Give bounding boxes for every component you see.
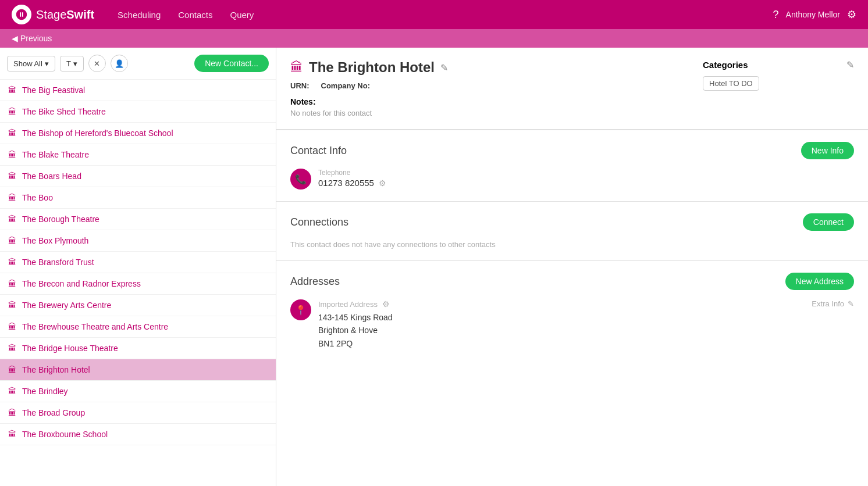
new-info-button[interactable]: New Info: [801, 142, 854, 159]
person-filter-button[interactable]: 👤: [111, 55, 128, 72]
list-item[interactable]: 🏛 The Broad Group: [0, 402, 276, 424]
contact-info-title: Contact Info: [290, 145, 347, 157]
list-item[interactable]: 🏛 The Broxbourne School: [0, 424, 276, 445]
list-item-label: The Bike Shed Theatre: [22, 107, 106, 116]
list-item[interactable]: 🏛 The Boo: [0, 187, 276, 209]
clear-filter-button[interactable]: ✕: [88, 55, 106, 72]
contact-name: The Brighton Hotel: [309, 59, 435, 76]
urn-field: URN:: [290, 81, 310, 90]
contact-header: 🏛 The Brighton Hotel ✎ URN: Company No: …: [276, 48, 868, 130]
list-item[interactable]: 🏛 The Brighton Hotel: [0, 359, 276, 381]
address-line2: Brighton & Hove: [318, 324, 766, 337]
extra-info-label: Extra Info: [812, 299, 844, 308]
building-list-icon: 🏛: [8, 193, 16, 202]
company-no-field: Company No:: [321, 81, 371, 90]
address-right: Extra Info ✎: [773, 299, 854, 308]
list-item[interactable]: 🏛 The Boars Head: [0, 166, 276, 187]
categories-header: Categories ✎: [703, 59, 854, 70]
list-item[interactable]: 🏛 The Brewhouse Theatre and Arts Centre: [0, 316, 276, 338]
addresses-header: Addresses New Address: [290, 273, 854, 290]
building-list-icon: 🏛: [8, 150, 16, 159]
new-contact-button[interactable]: New Contact...: [194, 55, 269, 72]
building-list-icon: 🏛: [8, 171, 16, 181]
list-item[interactable]: 🏛 The Bransford Trust: [0, 252, 276, 273]
list-item-label: The Blake Theatre: [22, 150, 89, 159]
building-icon: 🏛: [290, 60, 303, 75]
list-item[interactable]: 🏛 The Bishop of Hereford's Bluecoat Scho…: [0, 123, 276, 144]
address-icon: 📍: [290, 299, 311, 320]
settings-icon[interactable]: ⚙: [847, 8, 856, 21]
main-layout: Show All ▾ T ▾ ✕ 👤 New Contact... 🏛 The …: [0, 48, 868, 486]
list-item[interactable]: 🏛 The Big Feastival: [0, 80, 276, 101]
nav-scheduling[interactable]: Scheduling: [118, 10, 161, 20]
building-list-icon: 🏛: [8, 365, 16, 374]
addresses-title: Addresses: [290, 276, 340, 288]
list-item-label: The Bishop of Hereford's Bluecoat School: [22, 128, 173, 138]
connect-button[interactable]: Connect: [803, 213, 854, 231]
nav-user: Anthony Mellor: [786, 10, 840, 19]
contact-title-row: 🏛 The Brighton Hotel ✎: [290, 59, 689, 76]
type-filter[interactable]: T ▾: [60, 56, 84, 72]
list-item-label: The Bransford Trust: [22, 258, 94, 267]
building-list-icon: 🏛: [8, 301, 16, 310]
address-label-row: Imported Address ⚙: [318, 299, 766, 309]
edit-address-icon: ✎: [848, 299, 854, 308]
nav-links: Scheduling Contacts Query: [118, 10, 773, 20]
extra-info-button[interactable]: Extra Info ✎: [812, 299, 854, 308]
nav-query[interactable]: Query: [230, 10, 254, 20]
list-item-label: The Brindley: [22, 387, 68, 396]
show-all-filter[interactable]: Show All ▾: [7, 56, 55, 72]
list-item[interactable]: 🏛 The Brewery Arts Centre: [0, 295, 276, 316]
list-item-label: The Broxbourne School: [22, 430, 108, 439]
building-list-icon: 🏛: [8, 408, 16, 417]
building-list-icon: 🏛: [8, 387, 16, 396]
logo-icon: [12, 5, 31, 24]
new-address-button[interactable]: New Address: [785, 273, 854, 290]
building-list-icon: 🏛: [8, 215, 16, 224]
sidebar-list: 🏛 The Big Feastival🏛 The Bike Shed Theat…: [0, 80, 276, 486]
connections-section: Connections Connect This contact does no…: [276, 201, 868, 260]
building-list-icon: 🏛: [8, 236, 16, 245]
chevron-down-icon-2: ▾: [73, 59, 77, 68]
sidebar-toolbar: Show All ▾ T ▾ ✕ 👤 New Contact...: [0, 48, 276, 80]
list-item[interactable]: 🏛 The Blake Theatre: [0, 144, 276, 166]
nav-contacts[interactable]: Contacts: [178, 10, 212, 20]
back-button[interactable]: ◀ Previous: [12, 34, 52, 43]
type-filter-label: T: [66, 59, 71, 68]
address-line3: BN1 2PQ: [318, 337, 766, 350]
building-list-icon: 🏛: [8, 344, 16, 353]
list-item-label: The Boars Head: [22, 171, 81, 181]
list-item[interactable]: 🏛 The Brindley: [0, 381, 276, 402]
sub-bar: ◀ Previous: [0, 29, 868, 48]
category-tags: Hotel TO DO: [703, 76, 854, 91]
building-list-icon: 🏛: [8, 430, 16, 439]
contact-meta: URN: Company No:: [290, 81, 689, 90]
address-label: Imported Address: [318, 300, 378, 309]
building-list-icon: 🏛: [8, 107, 16, 116]
telephone-label: Telephone: [318, 169, 386, 177]
notes-label: Notes:: [290, 97, 689, 106]
content-area: 🏛 The Brighton Hotel ✎ URN: Company No: …: [276, 48, 868, 486]
addresses-section: Addresses New Address 📍 Imported Address…: [276, 260, 868, 362]
list-item[interactable]: 🏛 The Box Plymouth: [0, 230, 276, 252]
address-content: Imported Address ⚙ 143-145 Kings Road Br…: [318, 299, 766, 350]
list-item[interactable]: 🏛 The Bridge House Theatre: [0, 338, 276, 359]
address-row: 📍 Imported Address ⚙ 143-145 Kings Road …: [290, 299, 854, 350]
sidebar: Show All ▾ T ▾ ✕ 👤 New Contact... 🏛 The …: [0, 48, 276, 486]
top-nav: StageSwift Scheduling Contacts Query ? A…: [0, 0, 868, 29]
edit-contact-button[interactable]: ✎: [440, 62, 448, 73]
help-icon[interactable]: ?: [773, 9, 779, 21]
list-item[interactable]: 🏛 The Borough Theatre: [0, 209, 276, 230]
list-item[interactable]: 🏛 The Bike Shed Theatre: [0, 101, 276, 123]
logo-area: StageSwift: [12, 5, 94, 24]
address-lines: 143-145 Kings Road Brighton & Hove BN1 2…: [318, 311, 766, 350]
connections-title: Connections: [290, 216, 348, 228]
edit-categories-button[interactable]: ✎: [846, 59, 854, 70]
list-item[interactable]: 🏛 The Brecon and Radnor Express: [0, 273, 276, 295]
building-list-icon: 🏛: [8, 128, 16, 138]
telephone-number: 01273 820555: [318, 178, 374, 188]
connections-header: Connections Connect: [290, 213, 854, 231]
telephone-settings-icon[interactable]: ⚙: [379, 178, 386, 188]
building-list-icon: 🏛: [8, 258, 16, 267]
address-settings-icon[interactable]: ⚙: [382, 299, 390, 309]
